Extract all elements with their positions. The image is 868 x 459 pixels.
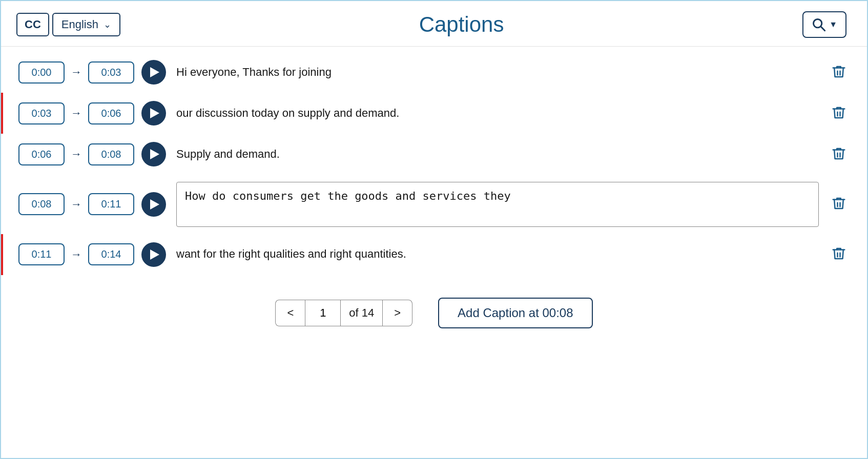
delete-button-2[interactable] xyxy=(831,105,846,122)
delete-button-4[interactable] xyxy=(831,196,846,213)
trash-icon-2 xyxy=(831,105,846,120)
start-time-1[interactable]: 0:00 xyxy=(18,61,65,84)
trash-icon-3 xyxy=(831,146,846,161)
play-icon-4 xyxy=(150,199,159,210)
caption-row-3: 0:06 → 0:08 Supply and demand. xyxy=(1,134,867,175)
start-time-3[interactable]: 0:06 xyxy=(18,143,65,165)
trash-icon-5 xyxy=(831,246,846,261)
end-time-2[interactable]: 0:06 xyxy=(88,102,134,124)
next-page-button[interactable]: > xyxy=(383,300,412,326)
end-time-3[interactable]: 0:08 xyxy=(88,143,134,165)
arrow-icon-1: → xyxy=(71,66,82,79)
play-button-2[interactable] xyxy=(141,101,166,126)
arrow-icon-2: → xyxy=(71,107,82,120)
start-time-5[interactable]: 0:11 xyxy=(18,243,65,265)
caption-text-5: want for the right qualities and right q… xyxy=(176,246,819,262)
captions-list: 0:00 → 0:03 Hi everyone, Thanks for join… xyxy=(1,47,867,280)
page-of-label: of 14 xyxy=(341,300,383,326)
svg-line-1 xyxy=(821,27,825,31)
language-label: English xyxy=(61,18,98,31)
play-icon-1 xyxy=(150,67,159,77)
chevron-down-icon: ⌄ xyxy=(104,19,111,30)
play-icon-2 xyxy=(150,108,159,118)
page-title: Captions xyxy=(120,12,802,37)
play-button-1[interactable] xyxy=(141,60,166,85)
footer: < of 14 > Add Caption at 00:08 xyxy=(1,285,867,341)
pagination: < of 14 > xyxy=(275,300,412,326)
cc-button[interactable]: CC xyxy=(16,13,49,36)
caption-text-3: Supply and demand. xyxy=(176,147,819,162)
play-icon-5 xyxy=(150,249,159,260)
play-icon-3 xyxy=(150,149,159,159)
prev-page-button[interactable]: < xyxy=(275,300,305,326)
search-icon xyxy=(812,17,826,32)
caption-row-active-2: 0:03 → 0:06 our discussion today on supp… xyxy=(1,93,867,134)
caption-row-active-5: 0:11 → 0:14 want for the right qualities… xyxy=(1,234,867,275)
trash-icon-1 xyxy=(831,64,846,79)
caption-row: 0:00 → 0:03 Hi everyone, Thanks for join… xyxy=(1,52,867,93)
delete-button-1[interactable] xyxy=(831,64,846,81)
end-time-1[interactable]: 0:03 xyxy=(88,61,134,84)
header: CC English ⌄ Captions ▼ xyxy=(1,1,867,47)
header-left: CC English ⌄ xyxy=(16,13,120,36)
start-time-4[interactable]: 0:08 xyxy=(18,193,65,215)
arrow-icon-4: → xyxy=(71,198,82,211)
play-button-5[interactable] xyxy=(141,242,166,267)
play-button-3[interactable] xyxy=(141,142,166,166)
search-button[interactable]: ▼ xyxy=(802,11,846,38)
add-caption-button[interactable]: Add Caption at 00:08 xyxy=(438,298,593,328)
language-selector[interactable]: English ⌄ xyxy=(52,13,120,36)
arrow-icon-5: → xyxy=(71,248,82,261)
trash-icon-4 xyxy=(831,196,846,211)
arrow-icon-3: → xyxy=(71,148,82,161)
caption-input-4[interactable]: How do consumers get the goods and servi… xyxy=(176,182,819,227)
page-number-input[interactable] xyxy=(305,300,341,326)
end-time-4[interactable]: 0:11 xyxy=(88,193,134,215)
play-button-4[interactable] xyxy=(141,192,166,217)
end-time-5[interactable]: 0:14 xyxy=(88,243,134,265)
search-dropdown-arrow: ▼ xyxy=(829,20,837,29)
caption-text-2: our discussion today on supply and deman… xyxy=(176,106,819,121)
caption-row-editing-4: 0:08 → 0:11 How do consumers get the goo… xyxy=(1,175,867,234)
delete-button-5[interactable] xyxy=(831,246,846,263)
delete-button-3[interactable] xyxy=(831,146,846,163)
start-time-2[interactable]: 0:03 xyxy=(18,102,65,124)
caption-text-1: Hi everyone, Thanks for joining xyxy=(176,65,819,80)
